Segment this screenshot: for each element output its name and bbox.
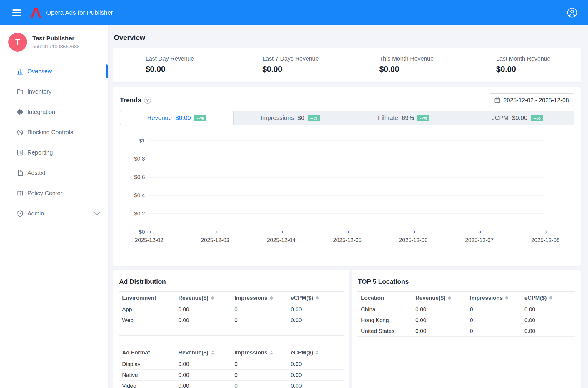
stat-label: Last Day Revenue [146,55,230,62]
sort-icon[interactable] [270,351,273,355]
sort-icon[interactable] [211,351,214,355]
stat-label: This Month Revenue [379,55,464,62]
sidebar-menu: Overview Inventory Integ [0,61,108,224]
change-badge: --% [194,115,206,121]
sort-icon[interactable] [270,296,273,300]
table-cell: 0.00 [287,370,343,381]
table-row: Hong Kong0.0000.00 [357,315,575,326]
svg-text:2025-12-08: 2025-12-08 [531,237,560,243]
calendar-icon [494,97,501,104]
folder-icon [16,88,24,95]
sidebar-item-overview[interactable]: Overview [0,61,108,82]
table-divider [119,335,344,336]
tab-revenue[interactable]: Revenue $0.00 --% [120,111,234,125]
sidebar-item-policy-center[interactable]: Policy Center [0,183,108,203]
column-header[interactable]: eCPM($) [521,292,575,304]
tab-fill-rate[interactable]: Fill rate 69% --% [347,111,461,125]
help-icon[interactable]: ? [144,97,151,104]
column-header-label: Revenue($) [415,295,445,301]
table-cell: 0.00 [287,304,343,315]
svg-text:$0: $0 [139,229,145,235]
table-cell: 0 [231,370,287,381]
page-title: Overview [114,34,581,42]
column-header[interactable]: Revenue($) [175,346,231,359]
opera-logo-icon [29,6,42,19]
table-cell: 0.00 [412,304,466,315]
chip-icon [16,108,24,116]
stat-value: $0.00 [496,65,581,74]
tab-value: 69% [402,114,414,121]
column-header[interactable]: eCPM($) [287,346,343,359]
shield-icon [16,210,24,217]
sort-icon[interactable] [505,296,508,300]
sort-icon[interactable] [211,296,214,300]
column-header-label: Impressions [234,349,267,356]
ad-distribution-card: Ad Distribution EnvironmentRevenue($)Imp… [113,270,349,388]
change-badge: --% [308,115,320,121]
column-header[interactable]: eCPM($) [287,292,343,304]
report-chart-icon [16,149,24,156]
sidebar-item-label: Inventory [27,88,51,95]
column-header[interactable]: Impressions [231,346,287,359]
account-icon[interactable] [567,7,577,18]
sidebar-item-ads-txt[interactable]: Ads.txt [0,163,108,183]
sort-icon[interactable] [448,296,451,300]
sort-icon[interactable] [316,296,319,300]
tab-impressions[interactable]: Impressions $0 --% [234,111,347,125]
table-cell: 0.00 [521,326,575,337]
table-cell: 0.00 [287,359,343,370]
stat-this-month-revenue: This Month Revenue $0.00 [347,48,464,82]
sidebar-item-label: Reporting [27,149,53,156]
stat-value: $0.00 [146,65,230,74]
column-header-label: Impressions [470,295,503,301]
table-cell: Display [119,359,175,370]
top-locations-title: TOP 5 Locations [358,278,575,286]
sort-icon[interactable] [549,296,552,300]
svg-text:$0.6: $0.6 [134,174,145,180]
chevron-down-icon [93,210,101,217]
column-header-label: Environment [122,295,156,301]
sidebar-item-label: Policy Center [27,190,62,197]
tab-label: Fill rate [378,114,398,121]
sidebar-item-integration[interactable]: Integration [0,102,108,122]
tab-label: eCPM [491,114,508,121]
sidebar-item-label: Ads.txt [27,170,45,176]
sidebar-item-inventory[interactable]: Inventory [0,82,108,102]
column-header: Environment [119,292,175,304]
svg-text:2025-12-03: 2025-12-03 [201,237,229,243]
stat-value: $0.00 [379,65,464,74]
tab-ecpm[interactable]: eCPM $0.00 --% [460,111,574,125]
avatar: T [8,33,27,52]
tab-label: Revenue [147,114,172,121]
table-cell: 0.00 [287,315,343,326]
column-header[interactable]: Impressions [231,292,287,304]
locations-table: LocationRevenue($)ImpressionseCPM($)Chin… [357,291,575,337]
table-cell: 0 [466,304,521,315]
sidebar-item-blocking-controls[interactable]: Blocking Controls [0,122,108,142]
date-range-picker[interactable]: 2025-12-02 - 2025-12-08 [489,93,574,107]
svg-text:2025-12-02: 2025-12-02 [135,237,163,243]
column-header[interactable]: Revenue($) [175,292,231,304]
column-header[interactable]: Revenue($) [412,292,466,304]
sidebar-item-reporting[interactable]: Reporting [0,142,108,163]
table-cell: China [357,304,412,315]
table-row: Video0.0000.00 [119,381,344,388]
table-cell: 0 [466,326,521,337]
table-cell: 0.00 [287,381,343,388]
sidebar-item-admin[interactable]: Admin [0,203,108,224]
table-cell: 0.00 [175,370,231,381]
column-header[interactable]: Impressions [466,292,521,304]
table-cell: 0.00 [175,381,231,388]
block-icon [16,129,24,136]
table-cell: 0.00 [175,359,231,370]
table-cell: 0.00 [175,304,231,315]
topbar: Opera Ads for Publisher [0,0,588,25]
date-range-value: 2025-12-02 - 2025-12-08 [504,97,569,104]
tab-label: Impressions [261,114,294,121]
table-cell: 0.00 [521,315,575,326]
hamburger-menu-icon[interactable] [12,8,22,17]
column-header-label: Ad Format [122,349,150,356]
table-row: Display0.0000.00 [119,359,344,370]
sort-icon[interactable] [316,351,319,355]
column-header-label: Revenue($) [178,295,208,301]
